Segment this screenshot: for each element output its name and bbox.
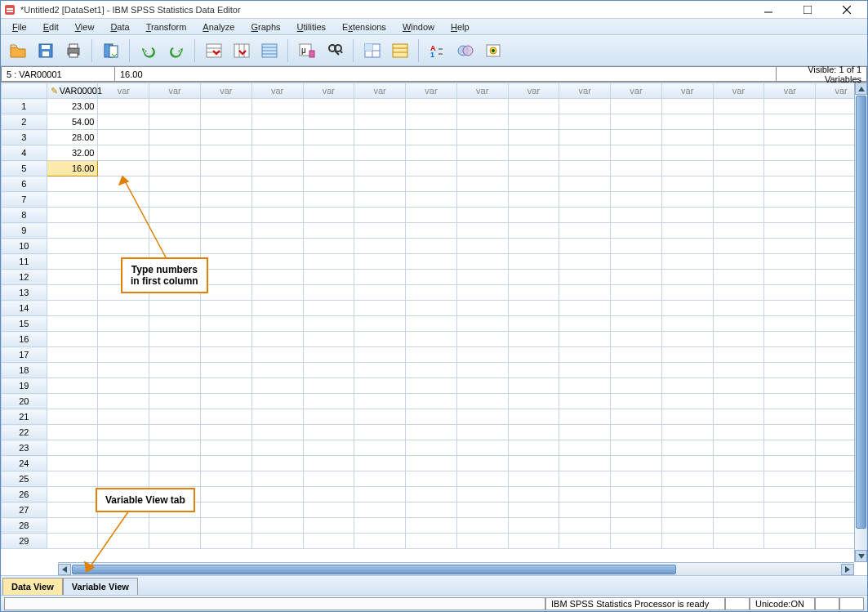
- data-cell[interactable]: [251, 130, 303, 145]
- data-cell[interactable]: [251, 487, 303, 503]
- data-cell[interactable]: [200, 114, 251, 130]
- data-cell[interactable]: [713, 316, 764, 332]
- value-labels-button[interactable]: A1: [425, 38, 450, 63]
- data-cell[interactable]: [508, 518, 559, 534]
- data-cell[interactable]: [713, 176, 764, 192]
- data-cell[interactable]: [406, 130, 457, 145]
- data-cell[interactable]: [508, 440, 559, 456]
- data-cell[interactable]: [303, 456, 354, 471]
- column-header-empty[interactable]: var: [508, 83, 559, 99]
- data-cell[interactable]: [251, 254, 303, 270]
- data-cell[interactable]: [406, 301, 457, 316]
- menu-window[interactable]: Window: [396, 20, 441, 34]
- data-cell[interactable]: [456, 378, 508, 394]
- data-cell[interactable]: [713, 534, 764, 549]
- data-cell[interactable]: [251, 270, 303, 285]
- data-cell[interactable]: [764, 145, 816, 161]
- data-cell[interactable]: [661, 192, 713, 208]
- data-cell[interactable]: [98, 425, 149, 440]
- data-cell[interactable]: [713, 114, 764, 130]
- data-cell[interactable]: [251, 425, 303, 440]
- row-number[interactable]: 7: [2, 192, 47, 208]
- data-cell[interactable]: [456, 363, 508, 378]
- data-cell[interactable]: [303, 223, 354, 239]
- data-cell[interactable]: [661, 316, 713, 332]
- data-cell[interactable]: [303, 130, 354, 145]
- data-cell[interactable]: [611, 145, 662, 161]
- data-cell[interactable]: [713, 363, 764, 378]
- data-cell[interactable]: [406, 114, 457, 130]
- table-row[interactable]: 15: [2, 316, 867, 332]
- data-cell[interactable]: [611, 99, 662, 114]
- data-cell[interactable]: [456, 192, 508, 208]
- horizontal-scroll-thumb[interactable]: [72, 565, 676, 574]
- data-cell[interactable]: [406, 363, 457, 378]
- data-cell[interactable]: [149, 301, 201, 316]
- data-cell[interactable]: [456, 440, 508, 456]
- data-cell[interactable]: [713, 471, 764, 487]
- data-cell[interactable]: [98, 316, 149, 332]
- variable-view-tab[interactable]: Variable View: [63, 578, 138, 595]
- data-cell[interactable]: [611, 208, 662, 223]
- data-cell[interactable]: [508, 534, 559, 549]
- data-cell[interactable]: [611, 223, 662, 239]
- data-cell[interactable]: [251, 378, 303, 394]
- data-cell[interactable]: [611, 316, 662, 332]
- column-header-empty[interactable]: var: [661, 83, 713, 99]
- data-cell[interactable]: [559, 363, 611, 378]
- row-number[interactable]: 28: [2, 518, 47, 534]
- data-cell[interactable]: [354, 145, 406, 161]
- table-row[interactable]: 22: [2, 425, 867, 440]
- row-number[interactable]: 21: [2, 409, 47, 425]
- data-cell[interactable]: [764, 270, 816, 285]
- row-number[interactable]: 22: [2, 425, 47, 440]
- data-cell[interactable]: [661, 270, 713, 285]
- data-cell[interactable]: [611, 503, 662, 518]
- data-cell[interactable]: [251, 471, 303, 487]
- column-header-empty[interactable]: var: [354, 83, 406, 99]
- data-cell[interactable]: [508, 347, 559, 363]
- data-cell[interactable]: [200, 192, 251, 208]
- data-cell[interactable]: [764, 301, 816, 316]
- data-cell[interactable]: [200, 378, 251, 394]
- data-cell[interactable]: [713, 518, 764, 534]
- data-cell[interactable]: [559, 440, 611, 456]
- data-cell[interactable]: [200, 208, 251, 223]
- data-cell[interactable]: [508, 332, 559, 347]
- data-cell[interactable]: [303, 239, 354, 254]
- data-cell[interactable]: [611, 176, 662, 192]
- data-cell[interactable]: [251, 409, 303, 425]
- data-cell[interactable]: [354, 332, 406, 347]
- data-cell[interactable]: [354, 130, 406, 145]
- data-cell[interactable]: [713, 145, 764, 161]
- data-cell[interactable]: [713, 301, 764, 316]
- data-cell[interactable]: [661, 130, 713, 145]
- data-cell[interactable]: [661, 503, 713, 518]
- data-cell[interactable]: [354, 316, 406, 332]
- data-cell[interactable]: [251, 145, 303, 161]
- data-cell[interactable]: [764, 208, 816, 223]
- menu-file[interactable]: File: [6, 20, 33, 34]
- data-cell[interactable]: [303, 394, 354, 409]
- menu-data[interactable]: Data: [104, 20, 136, 34]
- data-cell[interactable]: [406, 440, 457, 456]
- data-cell[interactable]: [764, 130, 816, 145]
- row-number[interactable]: 3: [2, 130, 47, 145]
- data-cell[interactable]: [661, 301, 713, 316]
- column-header-empty[interactable]: var: [456, 83, 508, 99]
- data-cell[interactable]: [456, 208, 508, 223]
- data-cell[interactable]: [661, 440, 713, 456]
- data-cell[interactable]: [559, 114, 611, 130]
- data-cell[interactable]: [200, 239, 251, 254]
- data-cell[interactable]: [200, 487, 251, 503]
- data-cell[interactable]: [661, 223, 713, 239]
- data-cell[interactable]: [149, 130, 201, 145]
- data-cell[interactable]: [713, 409, 764, 425]
- find-button[interactable]: [323, 38, 347, 63]
- data-cell[interactable]: [661, 394, 713, 409]
- data-cell[interactable]: [200, 316, 251, 332]
- data-cell[interactable]: [456, 239, 508, 254]
- data-cell[interactable]: [149, 440, 201, 456]
- data-cell[interactable]: [200, 254, 251, 270]
- table-row[interactable]: 254.00: [2, 114, 867, 130]
